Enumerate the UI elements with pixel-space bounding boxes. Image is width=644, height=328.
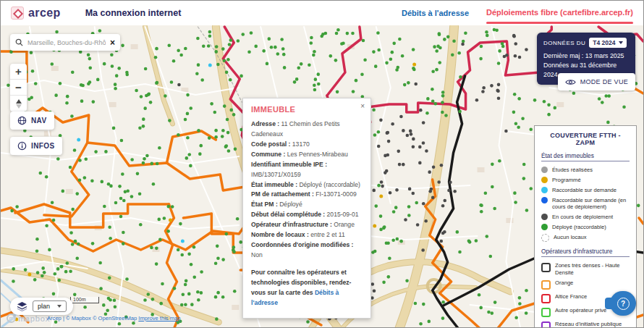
basemap-select[interactable]: plan	[33, 300, 67, 312]
popup-field: État PM : Déployé	[251, 200, 363, 210]
mapbox-attribution-link[interactable]: © Mapbox	[66, 315, 93, 321]
popup-field: Opérateur d'infrastructure : Orange	[251, 220, 363, 230]
popup-field: Identifiant immeuble IPE : IMB/13071/X01…	[251, 160, 363, 180]
map-container: Marseille, Bouches-du-Rhône, F × + − NAV	[1, 25, 643, 327]
legend-item: Zones très denses - Haute Densité	[541, 262, 630, 277]
popup-field: Nombre de locaux : entre 2 et 11	[251, 230, 363, 240]
legend-item: Aucun locaux	[541, 234, 630, 242]
legend-swatch-square-icon	[541, 294, 551, 303]
arcep-cartefibre-app: arcep Ma connexion internet Débits à l'a…	[0, 0, 644, 328]
basemap-control: plan	[10, 298, 73, 315]
legend-swatch-dashed-icon	[541, 234, 549, 242]
last-update-text: Dernière maj : 13 mars 2025	[543, 51, 629, 61]
legend-swatch-dot-icon	[541, 177, 548, 183]
header-nav: Débits à l'adresse Déploiements fibre (c…	[402, 8, 633, 18]
legend-item: Études réalisées	[541, 167, 630, 174]
header: arcep Ma connexion internet Débits à l'a…	[1, 1, 643, 25]
legend-item: Raccordable sur demande (en cours de dép…	[541, 197, 630, 211]
popup-field: État immeuble : Déployé (raccordable)	[251, 180, 363, 190]
compass-icon	[16, 99, 22, 109]
data-period-label: DONNÉES DU	[543, 40, 585, 46]
layers-icon	[17, 301, 27, 311]
legend-item: Orange	[541, 279, 630, 290]
legend-swatch-square-icon	[541, 308, 551, 317]
period-select-value: T4 2024	[593, 39, 615, 46]
arcep-logo[interactable]: arcep	[11, 7, 61, 20]
page-title: Ma connexion internet	[85, 8, 182, 18]
immeuble-popup: IMMEUBLE × Adresse : 11 Chemin des Petit…	[242, 98, 371, 319]
legend-item: Déployé (raccordable)	[541, 224, 630, 231]
popup-close-icon[interactable]: ×	[360, 102, 365, 110]
eye-icon	[565, 78, 576, 86]
legend-swatch-dot-icon	[541, 224, 548, 230]
legend-section-heading: Opérateurs d'infrastructure	[541, 248, 630, 257]
popup-field: Début délai complétude : 2015-09-01	[251, 210, 363, 220]
improve-map-link[interactable]: Improve this map	[138, 315, 180, 321]
infos-button[interactable]: INFOS	[10, 137, 62, 155]
legend-item: En cours de déploiement	[541, 214, 630, 221]
brand-name: arcep	[28, 7, 61, 20]
search-input[interactable]: Marseille, Bouches-du-Rhône, F	[27, 39, 106, 46]
nav-button-label: NAV	[31, 117, 47, 125]
mapbox-logo-icon: m	[7, 314, 16, 323]
infos-button-label: INFOS	[31, 142, 55, 150]
popup-field: PM de rattachement : FI-13071-0009	[251, 190, 363, 200]
legend-item: Programmé	[541, 177, 630, 184]
nav-button[interactable]: NAV	[10, 112, 54, 130]
map-attribution: Arcep | © Mapbox © OpenStreetMap Improve…	[47, 315, 181, 321]
search-clear-icon[interactable]: ×	[110, 38, 115, 47]
mode-de-vue-label: MODE DE VUE	[580, 78, 628, 85]
legend-swatch-dot-icon	[541, 167, 548, 173]
legend-swatch-dot-icon	[541, 187, 548, 193]
legend-swatch-dot-icon	[541, 197, 548, 203]
legend-swatch-square-icon	[541, 321, 551, 327]
nav-deploiements-fibre[interactable]: Déploiements fibre (cartefibre.arcep.fr)	[486, 8, 633, 18]
chevron-down-icon	[619, 41, 623, 44]
compass-button[interactable]	[10, 96, 27, 112]
arcep-logo-icon	[11, 7, 24, 20]
popup-field: Adresse : 11 Chemin des Petits Cadeneaux	[251, 119, 363, 140]
legend-swatch-dot-icon	[541, 214, 548, 220]
nav-debits-adresse[interactable]: Débits à l'adresse	[402, 9, 469, 17]
legend-section-heading: État des immeubles	[541, 152, 630, 161]
scale-bar: 100m	[70, 297, 99, 303]
help-button[interactable]: ?	[610, 291, 636, 316]
zoom-in-button[interactable]: +	[10, 64, 27, 80]
osm-attribution-link[interactable]: © OpenStreetMap	[93, 315, 138, 321]
popup-fields: Adresse : 11 Chemin des Petits Cadeneaux…	[251, 119, 363, 261]
globe-icon	[17, 116, 27, 125]
popup-title: IMMEUBLE	[251, 105, 363, 114]
legend-swatch-square-icon	[541, 263, 551, 272]
zoom-control: + −	[10, 64, 27, 112]
info-icon	[17, 141, 27, 151]
popup-field: Coordonnées d'origine modifiées : Non	[251, 240, 363, 261]
popup-footer: Pour connaître les opérateurs et technol…	[251, 268, 363, 308]
legend-title: COUVERTURE FTTH - ZAPM	[541, 132, 630, 146]
question-icon: ?	[617, 298, 630, 310]
search-box[interactable]: Marseille, Bouches-du-Rhône, F ×	[10, 34, 120, 51]
legend-item: Réseau d'initiative publique	[541, 321, 630, 327]
zoom-out-button[interactable]: −	[10, 80, 27, 96]
search-icon	[15, 38, 23, 46]
basemap-select-value: plan	[38, 303, 50, 310]
mode-de-vue-button[interactable]: MODE DE VUE	[558, 73, 635, 91]
popup-field: Commune : Les Pennes-Mirabeau	[251, 150, 363, 160]
popup-field: Code postal : 13170	[251, 140, 363, 150]
period-select[interactable]: T4 2024	[589, 38, 626, 48]
legend-item: Raccordable sur demande	[541, 187, 630, 194]
chevron-down-icon	[57, 305, 62, 308]
legend-swatch-square-icon	[541, 280, 551, 290]
